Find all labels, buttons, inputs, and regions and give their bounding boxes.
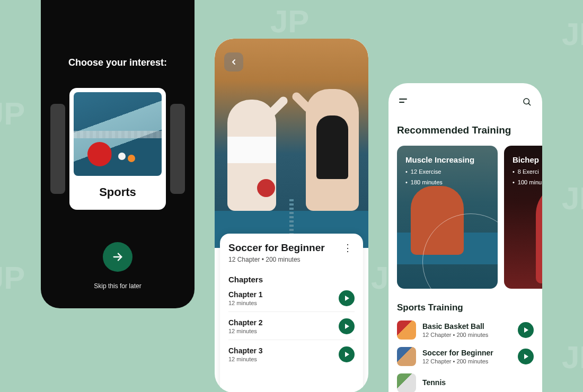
play-button[interactable] — [518, 349, 534, 364]
reco-card-bicep[interactable]: Bichep 8 Exerci 100 minu — [504, 146, 542, 289]
recommended-header: Recommended Training — [397, 124, 534, 136]
interest-card-label: Sports — [74, 176, 162, 206]
chapter-name: Chapter 2 — [228, 318, 263, 327]
chapter-duration: 12 minutes — [228, 328, 263, 334]
skip-link[interactable]: Skip this for later — [50, 282, 185, 290]
reco-card-line: 180 minutes — [405, 179, 489, 185]
list-item-title: Soccer for Beginner — [422, 349, 511, 357]
chapter-duration: 12 minutes — [228, 356, 263, 362]
reco-card-title: Muscle Increasing — [405, 155, 489, 164]
list-item-subtitle: 12 Chapter • 200 minutes — [422, 358, 511, 364]
interest-card-prev[interactable] — [50, 104, 65, 194]
course-hero-image — [215, 39, 368, 248]
play-button[interactable] — [339, 346, 355, 362]
play-button[interactable] — [339, 318, 355, 334]
chapter-name: Chapter 3 — [228, 346, 263, 355]
svg-line-4 — [528, 103, 530, 105]
reco-card-line: 12 Exercise — [405, 168, 489, 175]
choose-interest-title: Choose your interest: — [50, 57, 185, 68]
reco-card-muscle[interactable]: Muscle Increasing 12 Exercise 180 minute… — [397, 146, 498, 289]
chapter-row: Chapter 2 12 minutes — [228, 312, 355, 340]
list-thumbnail — [397, 347, 416, 366]
search-icon[interactable] — [522, 97, 532, 109]
interest-card-sports[interactable]: Sports — [69, 88, 166, 210]
list-item[interactable]: Soccer for Beginner 12 Chapter • 200 min… — [397, 347, 534, 366]
screen-course-detail: Soccer for Beginner 12 Chapter • 200 min… — [215, 39, 368, 392]
interest-card-next[interactable] — [170, 104, 185, 194]
course-title: Soccer for Beginner — [228, 242, 325, 254]
reco-card-line: 100 minu — [513, 179, 542, 185]
list-thumbnail — [397, 373, 416, 392]
list-item[interactable]: Basic Basket Ball 12 Chapter • 200 minut… — [397, 320, 534, 340]
recommended-carousel[interactable]: Muscle Increasing 12 Exercise 180 minute… — [397, 146, 534, 289]
continue-button[interactable] — [103, 242, 132, 272]
chevron-left-icon — [229, 58, 238, 66]
screen-home: Recommended Training Muscle Increasing 1… — [388, 83, 542, 392]
arrow-right-icon — [112, 251, 123, 263]
reco-card-line: 8 Exerci — [513, 168, 542, 175]
sports-training-header: Sports Training — [397, 302, 534, 313]
course-subtitle: 12 Chapter • 200 minutes — [228, 256, 325, 263]
play-button[interactable] — [518, 322, 534, 338]
top-bar — [397, 95, 534, 109]
chapter-name: Chapter 1 — [228, 290, 263, 299]
chapters-header: Chapters — [228, 275, 355, 284]
reco-card-title: Bichep — [513, 155, 542, 164]
list-item-title: Tennis — [422, 378, 534, 387]
interest-card-image — [74, 92, 162, 176]
screen-choose-interest: Choose your interest: Sports Skip this f… — [41, 0, 195, 308]
play-button[interactable] — [339, 290, 355, 306]
more-options-icon[interactable]: ⋮ — [341, 242, 355, 254]
chapter-row: Chapter 3 12 minutes — [228, 340, 355, 368]
list-item-title: Basic Basket Ball — [422, 322, 511, 331]
list-item-subtitle: 12 Chapter • 200 minutes — [422, 332, 511, 338]
course-sheet: Soccer for Beginner 12 Chapter • 200 min… — [220, 234, 363, 392]
back-button[interactable] — [224, 52, 243, 72]
list-item[interactable]: Tennis — [397, 373, 534, 392]
menu-icon[interactable] — [399, 98, 409, 108]
list-thumbnail — [397, 320, 416, 340]
chapter-duration: 12 minutes — [228, 300, 263, 306]
chapter-row: Chapter 1 12 minutes — [228, 284, 355, 312]
interest-carousel[interactable]: Sports — [50, 87, 185, 210]
